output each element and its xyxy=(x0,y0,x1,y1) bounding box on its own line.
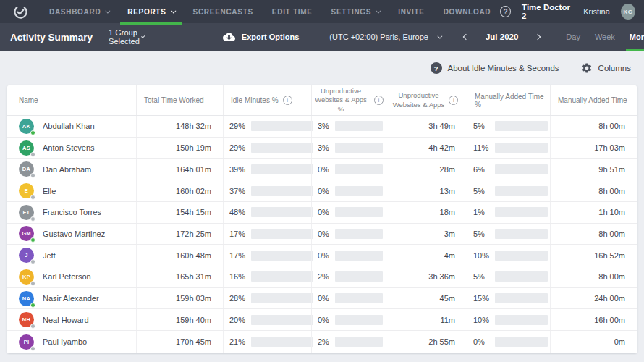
cell-manual-pct: 5% xyxy=(467,180,550,201)
nav-item-screencasts[interactable]: SCREENCASTS xyxy=(184,0,263,23)
unproductive-time-value: 2h 55m xyxy=(428,337,455,346)
cell-idle-minutes: 17% xyxy=(223,245,311,266)
top-navbar: DASHBOARD REPORTS SCREENCASTS EDIT TIME … xyxy=(0,0,644,23)
unproductive-pct-value: 0% xyxy=(318,316,335,324)
table-row[interactable]: AK Abdullah Khan 148h 32m 29% 3% 3h 49m … xyxy=(7,116,637,138)
column-header-manually-added-time[interactable]: Manually Added Time xyxy=(550,85,637,115)
help-glyph: ? xyxy=(504,8,508,16)
range-tab-month[interactable]: Month xyxy=(622,23,644,51)
timezone-selector[interactable]: (UTC +02:00) Paris, Europe xyxy=(329,33,441,41)
avatar-initials: KP xyxy=(22,274,30,280)
member-avatar[interactable]: E xyxy=(19,183,34,198)
help-icon[interactable]: ? xyxy=(500,6,511,17)
member-avatar[interactable]: DA xyxy=(19,161,34,177)
member-avatar[interactable]: NH xyxy=(19,312,34,327)
next-period-button[interactable] xyxy=(528,30,547,43)
table-row[interactable]: DA Dan Abraham 164h 01m 39% 0% 28m 6% 9h… xyxy=(7,159,637,180)
columns-label: Columns xyxy=(598,64,631,72)
avatar-initials: PI xyxy=(24,339,30,345)
member-avatar[interactable]: FT xyxy=(19,205,34,220)
table-row[interactable]: NA Nasir Alexander 159h 03m 28% 0% 45m 1… xyxy=(7,288,637,310)
column-header-name[interactable]: Name xyxy=(7,85,136,115)
cell-manual-pct: 5% xyxy=(467,266,550,287)
cell-idle-minutes: 29% xyxy=(223,138,311,159)
unproductive-time-value: 45m xyxy=(440,294,455,303)
table-row[interactable]: E Elle 160h 02m 37% 0% 13m 5% 8h 00m xyxy=(7,180,637,202)
unproductive-time-value: 28m xyxy=(440,165,455,174)
table-row[interactable]: AS Anton Stevens 150h 19m 29% 3% 4h 42m … xyxy=(7,138,637,159)
unproductive-pct-value: 0% xyxy=(318,187,335,195)
total-time-value: 165h 31m xyxy=(176,272,211,281)
nav-item-download[interactable]: DOWNLOAD xyxy=(434,0,501,23)
columns-button[interactable]: Columns xyxy=(581,62,631,74)
info-icon[interactable]: i xyxy=(374,96,384,105)
nav-item-dashboard[interactable]: DASHBOARD xyxy=(40,0,118,23)
nav-item-edit-time[interactable]: EDIT TIME xyxy=(263,0,322,23)
cell-unproductive-time: 2h 55m xyxy=(384,331,467,353)
member-avatar[interactable]: AS xyxy=(19,140,34,156)
cell-name: DA Dan Abraham xyxy=(7,159,136,180)
info-icon[interactable]: i xyxy=(449,96,458,105)
range-tab-week[interactable]: Week xyxy=(588,23,622,51)
nav-item-reports[interactable]: REPORTS xyxy=(118,0,183,23)
total-time-value: 160h 48m xyxy=(176,251,211,260)
nav-item-label: DASHBOARD xyxy=(49,8,101,16)
avatar-initials: AS xyxy=(22,145,30,151)
cell-unproductive-pct: 0% xyxy=(311,224,384,245)
column-header-manually-added-time-pct[interactable]: Manually Added Time % xyxy=(467,85,550,115)
column-header-idle-minutes-pct[interactable]: Idle Minutes % i xyxy=(223,85,311,115)
chevron-down-icon xyxy=(106,8,111,13)
nav-item-settings[interactable]: SETTINGS xyxy=(322,0,389,23)
member-avatar[interactable]: J xyxy=(19,248,34,263)
cell-idle-minutes: 17% xyxy=(223,224,311,245)
navbar-right: ? Time Doctor 2 Kristina KG xyxy=(500,3,635,20)
chevron-left-icon xyxy=(463,34,469,40)
nav-item-invite[interactable]: INVITE xyxy=(389,0,433,23)
user-avatar[interactable]: KG xyxy=(621,4,635,20)
unproductive-bar-track xyxy=(335,272,383,282)
manual-pct-value: 5% xyxy=(473,272,495,281)
member-avatar[interactable]: KP xyxy=(19,269,34,285)
unproductive-bar-track xyxy=(335,164,383,174)
idle-bar-track xyxy=(251,207,313,217)
table-row[interactable]: KP Karl Peterson 165h 31m 16% 2% 3h 36m … xyxy=(7,266,637,288)
unproductive-time-value: 13m xyxy=(440,187,455,195)
member-avatar[interactable]: AK xyxy=(19,119,34,134)
column-header-unproductive-time[interactable]: UnproductiveWebsites & Apps i xyxy=(384,85,467,115)
member-name: Gustavo Martinez xyxy=(43,230,105,238)
member-avatar[interactable]: PI xyxy=(19,334,34,350)
time-doctor-logo-icon[interactable] xyxy=(13,4,28,20)
cell-manual-pct: 10% xyxy=(467,309,550,330)
cell-manual-time: 0m xyxy=(550,331,637,353)
group-selector-dropdown[interactable]: 1 Group Selected xyxy=(109,28,143,46)
table-row[interactable]: PI Paul Iyambo 170h 45m 21% 2% 2h 55m 0%… xyxy=(7,331,637,353)
export-options-button[interactable]: Export Options xyxy=(223,33,299,42)
chevron-right-icon xyxy=(535,34,541,40)
column-header-total-time-worked[interactable]: Total Time Worked xyxy=(136,85,223,115)
chevron-down-icon xyxy=(171,8,176,13)
table-row[interactable]: NH Neal Howard 159h 40m 20% 0% 11m 10% 1… xyxy=(7,309,637,331)
date-range-tabs: Day Week Month Date Range xyxy=(559,23,644,51)
column-header-unproductive-pct[interactable]: UnproductiveWebsites & Apps % i xyxy=(311,85,384,115)
idle-bar-track xyxy=(251,251,313,261)
member-avatar[interactable]: GM xyxy=(19,226,34,241)
info-icon[interactable]: i xyxy=(283,96,292,105)
cell-total-time: 160h 48m xyxy=(136,245,223,266)
range-tab-day[interactable]: Day xyxy=(559,23,588,51)
unproductive-pct-value: 0% xyxy=(318,165,335,174)
table-row[interactable]: GM Gustavo Martinez 172h 25m 17% 0% 3m 5… xyxy=(7,224,637,245)
cell-unproductive-time: 18m xyxy=(384,202,467,223)
cell-total-time: 170h 45m xyxy=(136,331,223,353)
manual-pct-value: 10% xyxy=(473,316,495,324)
report-toolbar: Activity Summary 1 Group Selected Export… xyxy=(0,23,644,51)
manual-time-value: 8h 00m xyxy=(598,122,625,130)
previous-period-button[interactable] xyxy=(457,30,475,43)
table-row[interactable]: J Jeff 160h 48m 17% 0% 4m 10% 16h 52m xyxy=(7,245,637,266)
member-name: Nasir Alexander xyxy=(43,294,99,303)
cell-unproductive-time: 4h 42m xyxy=(384,138,467,159)
company-name: Time Doctor 2 xyxy=(522,3,572,20)
about-idle-minutes-link[interactable]: ? About Idle Minutes & Seconds xyxy=(431,62,559,74)
member-avatar[interactable]: NA xyxy=(19,291,34,306)
total-time-value: 172h 25m xyxy=(176,230,211,238)
table-row[interactable]: FT Francisco Torres 154h 15m 48% 0% 18m … xyxy=(7,202,637,224)
